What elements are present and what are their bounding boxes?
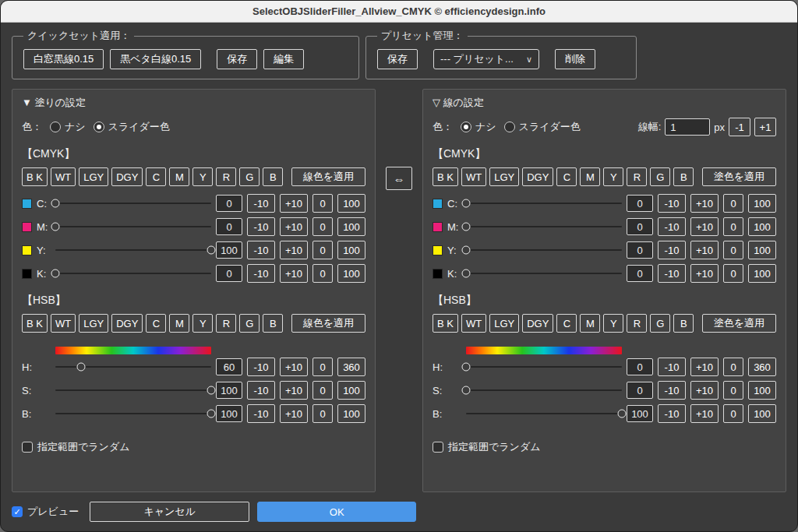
stroke-y-slider[interactable] [466,249,622,251]
stroke-h-minus10-button[interactable]: -10 [658,358,686,376]
fill-hsb-darkgray-swatch-button[interactable]: DGY [111,314,143,333]
fill-m-value-field[interactable]: 0 [216,218,242,235]
fill-b-plus10-button[interactable]: +10 [280,404,308,423]
stroke-black-swatch-button[interactable]: B K [433,167,458,186]
stroke-y-minus10-button[interactable]: -10 [658,241,686,259]
quickset-edit-button[interactable]: 編集 [263,49,304,69]
fill-hsb-lightgray-swatch-button[interactable]: LGY [79,314,108,333]
stroke-hsb-magenta-swatch-button[interactable]: M [580,314,600,333]
fill-hsb-cyan-swatch-button[interactable]: C [146,314,166,333]
fill-b-minus10-button[interactable]: -10 [247,404,275,423]
stroke-c-zero-button[interactable]: 0 [723,194,743,213]
fill-k-minus10-button[interactable]: -10 [247,264,275,283]
fill-cyan-swatch-button[interactable]: C [146,167,166,186]
stroke-y-value-field[interactable]: 0 [627,241,653,259]
fill-green-swatch-button[interactable]: G [239,167,260,186]
stroke-width-field[interactable]: 1 [665,118,710,136]
fill-y-slider[interactable] [55,249,211,251]
stroke-hsb-blue-swatch-button[interactable]: B [673,314,694,333]
slider-knob[interactable] [462,199,471,208]
stroke-cyan-swatch-button[interactable]: C [556,167,577,186]
fill-m-hundred-button[interactable]: 100 [337,217,365,236]
stroke-radio-slider-color[interactable]: スライダー色 [504,120,581,134]
stroke-k-zero-button[interactable]: 0 [723,264,743,283]
stroke-m-hundred-button[interactable]: 100 [748,217,776,236]
slider-knob[interactable] [462,386,471,395]
slider-knob[interactable] [462,223,471,231]
fill-k-value-field[interactable]: 0 [216,265,242,282]
fill-random-checkbox[interactable]: 指定範囲でランダム [22,440,365,454]
fill-y-plus10-button[interactable]: +10 [280,241,308,259]
fill-magenta-swatch-button[interactable]: M [169,167,189,186]
fill-hsb-magenta-swatch-button[interactable]: M [169,314,189,333]
slider-knob[interactable] [462,270,471,278]
fill-k-zero-button[interactable]: 0 [312,264,333,283]
slider-knob[interactable] [51,270,60,278]
fill-c-plus10-button[interactable]: +10 [280,194,308,213]
slider-knob[interactable] [207,246,216,255]
fill-radio-none[interactable]: ナシ [50,120,86,134]
stroke-b-value-field[interactable]: 100 [627,405,653,422]
stroke-hsb-cyan-swatch-button[interactable]: C [556,314,577,333]
slider-knob[interactable] [51,199,60,208]
fill-k-slider[interactable] [55,273,211,274]
fill-hsb-white-swatch-button[interactable]: WT [51,314,76,333]
stroke-k-plus10-button[interactable]: +10 [690,264,719,283]
stroke-b-zero-button[interactable]: 0 [723,404,743,423]
stroke-lightgray-swatch-button[interactable]: LGY [489,167,519,186]
fill-yellow-swatch-button[interactable]: Y [192,167,213,186]
slider-knob[interactable] [77,363,86,372]
fill-m-slider[interactable] [55,226,211,227]
slider-knob[interactable] [462,246,471,255]
preset-delete-button[interactable]: 削除 [555,49,595,69]
fill-radio-slider-color[interactable]: スライダー色 [94,120,170,134]
stroke-apply-fill-color-button[interactable]: 塗色を適用 [702,167,776,186]
fill-blue-swatch-button[interactable]: B [263,167,283,186]
stroke-m-plus10-button[interactable]: +10 [690,217,719,236]
fill-s-slider[interactable] [55,389,211,391]
fill-h-plus10-button[interactable]: +10 [280,358,308,376]
stroke-h-slider[interactable] [466,366,622,368]
stroke-y-plus10-button[interactable]: +10 [690,241,719,259]
slider-knob[interactable] [207,410,216,418]
stroke-hsb-apply-fill-color-button[interactable]: 塗色を適用 [702,314,776,333]
fill-y-hundred-button[interactable]: 100 [337,241,365,259]
stroke-s-zero-button[interactable]: 0 [723,381,743,400]
stroke-m-value-field[interactable]: 0 [627,218,653,235]
fill-y-value-field[interactable]: 100 [216,241,242,259]
fill-b-slider[interactable] [55,413,211,414]
slider-knob[interactable] [618,410,627,418]
stroke-hsb-red-swatch-button[interactable]: R [627,314,647,333]
preview-checkbox[interactable]: ✓ プレビュー [12,505,79,519]
stroke-white-swatch-button[interactable]: WT [461,167,486,186]
fill-c-zero-button[interactable]: 0 [312,194,333,213]
stroke-b-minus10-button[interactable]: -10 [658,404,686,423]
stroke-hsb-green-swatch-button[interactable]: G [650,314,670,333]
quickset-preset1-button[interactable]: 白窓黒線0.15 [23,49,104,69]
fill-c-slider[interactable] [55,203,211,204]
stroke-c-minus10-button[interactable]: -10 [658,194,686,213]
stroke-c-hundred-button[interactable]: 100 [748,194,776,213]
stroke-s-value-field[interactable]: 0 [627,382,653,399]
stroke-c-slider[interactable] [466,203,622,204]
stroke-blue-swatch-button[interactable]: B [673,167,694,186]
stroke-k-minus10-button[interactable]: -10 [658,264,686,283]
fill-red-swatch-button[interactable]: R [216,167,236,186]
fill-white-swatch-button[interactable]: WT [51,167,76,186]
stroke-random-checkbox[interactable]: 指定範囲でランダム [433,440,776,454]
ok-button[interactable]: OK [257,502,416,522]
fill-k-plus10-button[interactable]: +10 [280,264,308,283]
fill-b-max-button[interactable]: 100 [337,404,365,423]
preset-save-button[interactable]: 保存 [377,49,418,69]
slider-knob[interactable] [51,223,60,231]
fill-c-value-field[interactable]: 0 [216,195,242,212]
stroke-width-minus1-button[interactable]: -1 [729,118,750,136]
stroke-y-hundred-button[interactable]: 100 [748,241,776,259]
stroke-hsb-black-swatch-button[interactable]: B K [433,314,458,333]
fill-s-plus10-button[interactable]: +10 [280,381,308,400]
fill-lightgray-swatch-button[interactable]: LGY [79,167,108,186]
fill-apply-stroke-color-button[interactable]: 線色を適用 [291,167,365,186]
fill-darkgray-swatch-button[interactable]: DGY [111,167,143,186]
stroke-darkgray-swatch-button[interactable]: DGY [522,167,553,186]
fill-hsb-blue-swatch-button[interactable]: B [263,314,283,333]
